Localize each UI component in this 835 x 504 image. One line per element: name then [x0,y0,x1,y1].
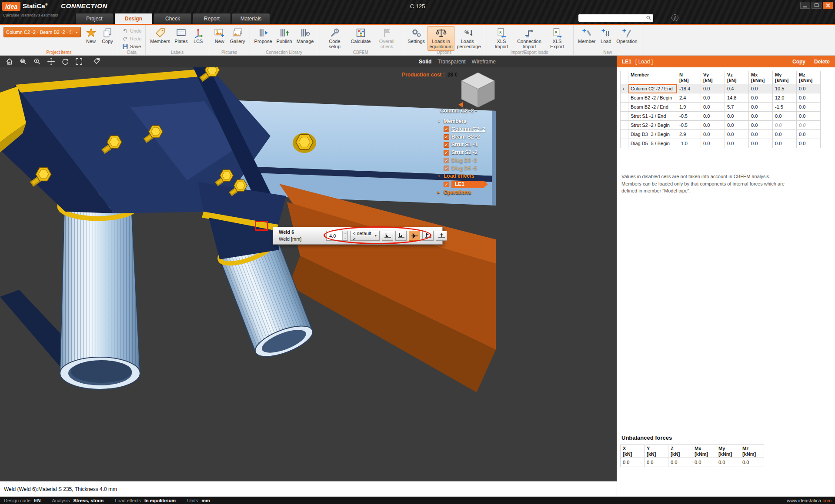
xls-export-button[interactable]: X XLS Export [544,26,571,51]
checkbox-checked[interactable]: ✓ [444,166,449,171]
viewport-3d[interactable]: x Production cost :28 € Column C2 -2 - ▼… [0,67,617,481]
checkbox-checked[interactable]: ✓ [444,142,449,148]
tree-item-diag3[interactable]: ✓Diag D3 -3 [436,156,505,164]
svg-text:X: X [499,30,502,34]
tab-check[interactable]: Check [154,13,192,24]
checkbox-checked[interactable]: ✓ [444,150,449,156]
scene-3d: x [0,67,617,481]
tree-item-strut1[interactable]: ✓Strut S1 -1 [436,141,505,149]
search-input[interactable] [578,14,653,22]
redo-button[interactable]: Redo [121,35,143,42]
table-row[interactable]: Strut S1 -1 / End -0.5 0.0 0.0 0.0 0.0 0… [621,112,821,121]
picture-new-button[interactable]: New [212,26,227,45]
labels-lcs-button[interactable]: LCS [190,26,206,45]
zoom-window-button[interactable] [19,57,27,66]
table-row[interactable]: Beam B2 -2 / End 1.9 0.0 5.7 0.0 -1.5 0.… [621,103,821,112]
weld-name: Weld 6 [279,229,294,235]
abacus-icon [355,27,366,38]
propose-button[interactable]: Propose [253,26,274,45]
tab-materials[interactable]: Materials [232,13,270,24]
close-button[interactable] [823,2,833,9]
pan-button[interactable] [47,57,55,66]
info-button[interactable]: i [671,14,678,21]
table-row[interactable]: Beam B2 -2 / Begin 2.4 0.0 14.8 0.0 12.0… [621,93,821,103]
tree-section-load-effects[interactable]: ▼Load effects [436,172,505,180]
publish-button[interactable]: Publish [275,26,294,45]
checkbox-checked[interactable]: ✓ [444,134,449,140]
tree-item-le1[interactable]: ✓LE1 [436,180,505,188]
group-label: Import/Export loads [485,50,573,55]
table-row[interactable]: Diag D5 -5 / Begin -1.0 0.0 0.0 0.0 0.0 … [621,139,821,148]
xls-import-button[interactable]: X XLS Import [488,26,515,51]
tab-report[interactable]: Report [193,13,231,24]
new-member-button[interactable]: Member [576,26,597,45]
save-button[interactable]: Save [121,43,143,50]
annotation-red-box [255,221,268,231]
loads-in-equilibrium-button[interactable]: Loads in equilibrium [428,26,454,51]
current-row-marker: › [621,84,628,93]
load-effects-table[interactable]: Member N[kN] Vy[kN] Vz[kN] Mx[kNm] My[kN… [620,71,821,148]
member-strut-tube-left[interactable] [60,194,140,389]
manage-button[interactable]: Manage [295,26,316,45]
table-row[interactable]: Strut S2 -2 / Begin -0.5 0.0 0.0 0.0 0.0… [621,121,821,130]
selection-status-strip: Weld (Weld 6):Material S 235, Thickness … [0,481,617,497]
new-operation-button[interactable]: Operation [615,26,639,45]
calculate-button[interactable]: Calculate [349,26,372,45]
svg-text:X: X [554,30,558,34]
unbalanced-forces-table: X[kN] Y[kN] Z[kN] Mx[kNm] My[kNm] Mz[kNm… [620,444,764,467]
tree-item-beam[interactable]: ✓Beam B2 -2 [436,133,505,141]
group-label: Labels [146,50,208,55]
maximize-button[interactable] [812,2,822,9]
close-icon [826,3,830,7]
member-column-plates[interactable] [0,67,286,259]
project-item-selector[interactable]: Column C2 -2 - Beam B2 -2 - Strut S1 ▼ [3,27,81,37]
code-setup-button[interactable]: Code setup [321,26,348,51]
table-row[interactable]: › Column C2 -2 / End -18.4 0.0 0.4 0.0 1… [621,84,821,93]
tree-section-members[interactable]: ▼Members [436,117,505,125]
website-link[interactable]: www.ideastatica.com [787,498,832,503]
load-copy-button[interactable]: Copy [792,59,805,65]
new-load-button[interactable]: Load [598,26,614,45]
zoom-button[interactable] [33,57,41,66]
disabled-cells-note: Values in disabled cells are not taken i… [621,173,789,195]
new-item-button[interactable]: New [83,26,99,45]
checkbox-checked[interactable]: ✓ [444,158,449,163]
copy-item-button[interactable]: Copy [100,26,115,45]
tab-design[interactable]: Design [114,13,153,24]
view-cube[interactable]: x [456,73,494,112]
fit-view-button[interactable] [75,57,83,66]
label-tag-button[interactable] [93,57,101,66]
settings-button[interactable]: Settings [406,26,427,45]
expanded-icon: ▼ [438,175,441,178]
gear-icon [411,27,422,38]
member-orange-beam[interactable] [279,184,496,392]
weld-type-butt-button[interactable] [436,231,447,241]
connection-import-button[interactable]: Connection Import [516,26,543,51]
rotate-icon [61,57,69,66]
minimize-button[interactable] [800,2,810,9]
home-view-button[interactable] [5,57,13,66]
idea-logo: idea [2,2,20,11]
tree-section-operations[interactable]: ▶Operations [436,189,505,196]
load-delete-button[interactable]: Delete [814,59,830,65]
labels-plates-button[interactable]: Plates [173,26,190,45]
checkbox-checked[interactable]: ✓ [444,182,449,187]
picture-gallery-button[interactable]: Gallery [228,26,247,45]
wrench-icon [329,27,340,38]
labels-members-button[interactable]: Members [148,26,172,45]
table-row[interactable]: Diag D3 -3 / Begin 2.9 0.0 0.0 0.0 0.0 0… [621,130,821,139]
tree-item-diag5[interactable]: ✓Diag D5 -5 [436,164,505,172]
undo-button[interactable]: Undo [121,27,143,34]
view-mode-wireframe[interactable]: Wireframe [472,59,496,65]
tree-root-item[interactable]: Column C2 -2 - [436,108,505,114]
rotate-button[interactable] [61,57,69,66]
design-code: Design code:EN [4,498,41,503]
tree-item-strut2[interactable]: ✓Strut S2 -2 [436,149,505,156]
tree-item-column[interactable]: ✓Column C2 -2 [436,125,505,133]
view-mode-transparent[interactable]: Transparent [438,59,465,65]
checkbox-checked[interactable]: ✓ [444,126,449,132]
view-mode-solid[interactable]: Solid [419,59,431,65]
loads-percentage-button[interactable]: % Loads - percentage [455,26,482,51]
overall-check-button[interactable]: Overall check [373,26,400,51]
tab-project[interactable]: Project [75,13,114,24]
